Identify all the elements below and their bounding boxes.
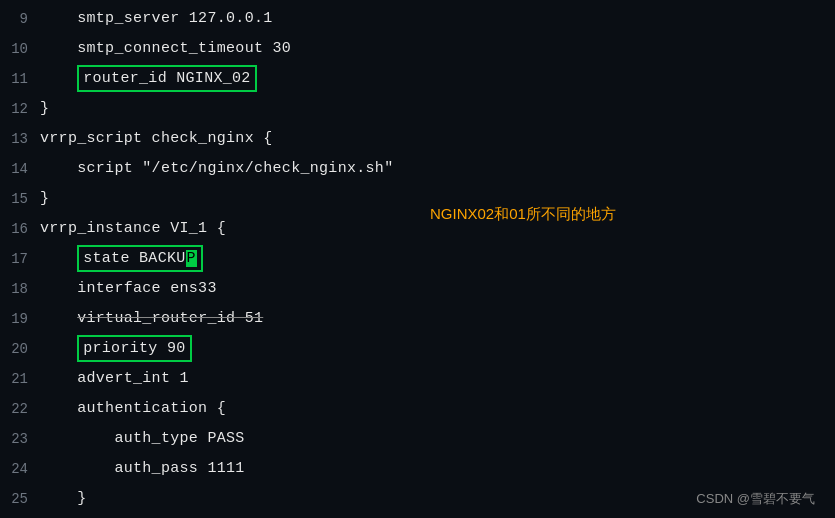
line-num-16: 16 (0, 214, 40, 244)
line-num-18: 18 (0, 274, 40, 304)
code-line-16: 16 vrrp_instance VI_1 { (0, 214, 835, 244)
line-num-12: 12 (0, 94, 40, 124)
line-content-20: priority 90 (40, 334, 192, 364)
code-line-10: 10 smtp_connect_timeout 30 (0, 34, 835, 64)
code-line-14: 14 script "/etc/nginx/check_nginx.sh" (0, 154, 835, 184)
code-editor: 9 smtp_server 127.0.0.1 10 smtp_connect_… (0, 0, 835, 518)
line-num-15: 15 (0, 184, 40, 214)
line-num-11: 11 (0, 64, 40, 94)
line-content-19: virtual_router_id 51 (40, 304, 263, 334)
line-content-24: auth_pass 1111 (40, 454, 245, 484)
code-line-26: 26 virtual_ipaddress { (0, 514, 835, 518)
strikethrough-virtual-router: virtual_router_id 51 (77, 310, 263, 327)
code-line-9: 9 smtp_server 127.0.0.1 (0, 4, 835, 34)
line-content-17: state BACKUP (40, 244, 203, 274)
line-num-21: 21 (0, 364, 40, 394)
line-num-14: 14 (0, 154, 40, 184)
line-num-9: 9 (0, 4, 40, 34)
line-num-22: 22 (0, 394, 40, 424)
highlight-router-id: router_id NGINX_02 (77, 65, 256, 92)
line-content-21: advert_int 1 (40, 364, 189, 394)
line-num-20: 20 (0, 334, 40, 364)
code-line-21: 21 advert_int 1 (0, 364, 835, 394)
code-line-13: 13 vrrp_script check_nginx { (0, 124, 835, 154)
line-content-10: smtp_connect_timeout 30 (40, 34, 291, 64)
line-content-14: script "/etc/nginx/check_nginx.sh" (40, 154, 393, 184)
line-content-18: interface ens33 (40, 274, 217, 304)
line-num-17: 17 (0, 244, 40, 274)
annotation-text: NGINX02和01所不同的地方 (430, 205, 616, 224)
line-content-26: virtual_ipaddress { (40, 514, 254, 518)
line-content-13: vrrp_script check_nginx { (40, 124, 273, 154)
code-line-20: 20 priority 90 (0, 334, 835, 364)
code-line-23: 23 auth_type PASS (0, 424, 835, 454)
line-num-26: 26 (0, 514, 40, 518)
line-num-19: 19 (0, 304, 40, 334)
line-num-24: 24 (0, 454, 40, 484)
highlight-priority: priority 90 (77, 335, 191, 362)
line-num-23: 23 (0, 424, 40, 454)
code-line-12: 12 } (0, 94, 835, 124)
code-line-18: 18 interface ens33 (0, 274, 835, 304)
code-line-11: 11 router_id NGINX_02 (0, 64, 835, 94)
line-content-25: } (40, 484, 87, 514)
cursor: P (186, 250, 197, 267)
code-line-24: 24 auth_pass 1111 (0, 454, 835, 484)
line-content-15: } (40, 184, 49, 214)
code-line-15: 15 } (0, 184, 835, 214)
line-content-16: vrrp_instance VI_1 { (40, 214, 226, 244)
line-num-13: 13 (0, 124, 40, 154)
line-num-10: 10 (0, 34, 40, 64)
line-content-23: auth_type PASS (40, 424, 245, 454)
line-content-9: smtp_server 127.0.0.1 (40, 4, 273, 34)
code-line-17: 17 state BACKUP (0, 244, 835, 274)
line-content-22: authentication { (40, 394, 226, 424)
watermark: CSDN @雪碧不要气 (696, 490, 815, 508)
code-line-22: 22 authentication { (0, 394, 835, 424)
highlight-state: state BACKUP (77, 245, 203, 272)
line-num-25: 25 (0, 484, 40, 514)
code-line-19: 19 virtual_router_id 51 (0, 304, 835, 334)
line-content-11: router_id NGINX_02 (40, 64, 257, 94)
line-content-12: } (40, 94, 49, 124)
